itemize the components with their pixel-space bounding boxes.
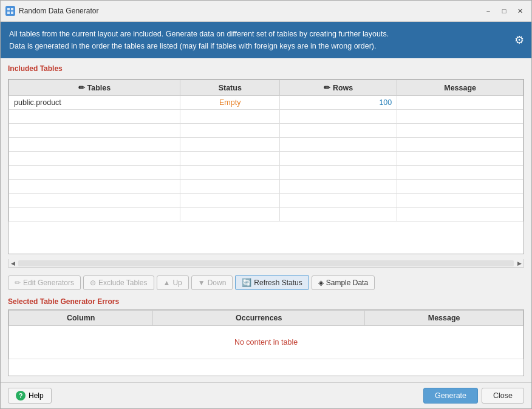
info-bar: All tables from the current layout are i… bbox=[1, 22, 531, 58]
cell-status: Empty bbox=[180, 96, 280, 110]
title-bar: Random Data Generator − □ ✕ bbox=[1, 1, 531, 22]
table-row-empty-2 bbox=[9, 124, 523, 138]
edit-generators-button[interactable]: ✏ Edit Generators bbox=[8, 275, 81, 290]
close-window-button[interactable]: ✕ bbox=[513, 4, 527, 18]
help-button[interactable]: ? Help bbox=[8, 388, 52, 404]
info-line1: All tables from the current layout are i… bbox=[9, 28, 523, 40]
cell-table-name: public.product bbox=[9, 96, 180, 110]
footer: ? Help Generate Close bbox=[1, 382, 531, 408]
errors-section: Selected Table Generator Errors Column O… bbox=[8, 297, 524, 376]
info-line2: Data is generated in the order the table… bbox=[9, 40, 523, 52]
errors-header-row: Column Occurrences Message bbox=[9, 311, 523, 326]
svg-rect-0 bbox=[7, 8, 10, 10]
svg-rect-1 bbox=[11, 8, 13, 10]
exclude-tables-icon: ⊖ bbox=[90, 279, 96, 287]
included-tables-container[interactable]: ✏ Tables Status ✏ Rows Message public.pr… bbox=[8, 79, 524, 254]
up-button[interactable]: ▲ Up bbox=[157, 275, 189, 290]
col-tables: ✏ Tables bbox=[9, 80, 180, 96]
cell-message bbox=[397, 96, 523, 110]
table-row-empty-7 bbox=[9, 194, 523, 208]
down-icon: ▼ bbox=[198, 279, 205, 287]
help-icon: ? bbox=[16, 391, 26, 401]
table-row-empty-4 bbox=[9, 152, 523, 166]
table-row-empty-6 bbox=[9, 180, 523, 194]
close-button[interactable]: Close bbox=[482, 388, 524, 404]
refresh-status-button[interactable]: 🔄 Refresh Status bbox=[235, 275, 309, 290]
scroll-right-arrow[interactable]: ▶ bbox=[515, 260, 523, 266]
down-button[interactable]: ▼ Down bbox=[191, 275, 233, 290]
refresh-icon: 🔄 bbox=[242, 278, 251, 287]
toolbar: ✏ Edit Generators ⊖ Exclude Tables ▲ Up … bbox=[8, 272, 524, 292]
main-window: Random Data Generator − □ ✕ All tables f… bbox=[0, 0, 532, 409]
footer-right: Generate Close bbox=[423, 388, 524, 404]
svg-rect-3 bbox=[11, 12, 13, 14]
errors-col-column: Column bbox=[9, 311, 153, 326]
svg-rect-2 bbox=[7, 12, 10, 14]
table-row-empty-3 bbox=[9, 138, 523, 152]
minimize-button[interactable]: − bbox=[482, 4, 495, 18]
sample-data-icon: ◈ bbox=[318, 279, 324, 287]
no-content-message: No content in table bbox=[9, 326, 523, 359]
window-title: Random Data Generator bbox=[19, 7, 482, 15]
table-row-empty-8 bbox=[9, 208, 523, 221]
errors-table-container[interactable]: Column Occurrences Message No content in… bbox=[8, 309, 524, 376]
scrollbar-track[interactable] bbox=[18, 260, 514, 266]
app-icon bbox=[5, 6, 15, 16]
window-controls: − □ ✕ bbox=[482, 4, 527, 18]
col-message: Message bbox=[397, 80, 523, 96]
pencil-icon-rows: ✏ bbox=[324, 84, 332, 92]
table-row-empty-5 bbox=[9, 166, 523, 180]
edit-generators-icon: ✏ bbox=[15, 279, 21, 287]
exclude-tables-button[interactable]: ⊖ Exclude Tables bbox=[83, 275, 154, 290]
errors-col-message: Message bbox=[365, 311, 523, 326]
included-tables-table: ✏ Tables Status ✏ Rows Message public.pr… bbox=[9, 79, 523, 221]
errors-col-occurrences: Occurrences bbox=[153, 311, 365, 326]
errors-table: Column Occurrences Message No content in… bbox=[9, 310, 523, 359]
maximize-button[interactable]: □ bbox=[497, 4, 511, 18]
included-tables-label: Included Tables bbox=[8, 64, 524, 73]
included-tables-section: Included Tables bbox=[8, 64, 524, 74]
up-icon: ▲ bbox=[163, 279, 171, 287]
col-rows: ✏ Rows bbox=[280, 80, 397, 96]
col-status: Status bbox=[180, 80, 280, 96]
sample-data-button[interactable]: ◈ Sample Data bbox=[312, 275, 375, 290]
table-header-row: ✏ Tables Status ✏ Rows Message bbox=[9, 80, 523, 96]
cell-rows: 100 bbox=[280, 96, 397, 110]
pencil-icon-tables: ✏ bbox=[78, 84, 87, 92]
table-row[interactable]: public.product Empty 100 bbox=[9, 96, 523, 110]
horizontal-scrollbar[interactable]: ◀ ▶ bbox=[8, 259, 524, 268]
errors-section-label: Selected Table Generator Errors bbox=[8, 297, 524, 306]
no-content-row: No content in table bbox=[9, 326, 523, 359]
table-row-empty-1 bbox=[9, 110, 523, 124]
scroll-left-arrow[interactable]: ◀ bbox=[9, 260, 17, 266]
main-content: Included Tables ✏ Tables Status ✏ Rows M… bbox=[1, 58, 531, 382]
generate-button[interactable]: Generate bbox=[423, 388, 478, 404]
settings-icon[interactable]: ⚙ bbox=[514, 32, 524, 49]
